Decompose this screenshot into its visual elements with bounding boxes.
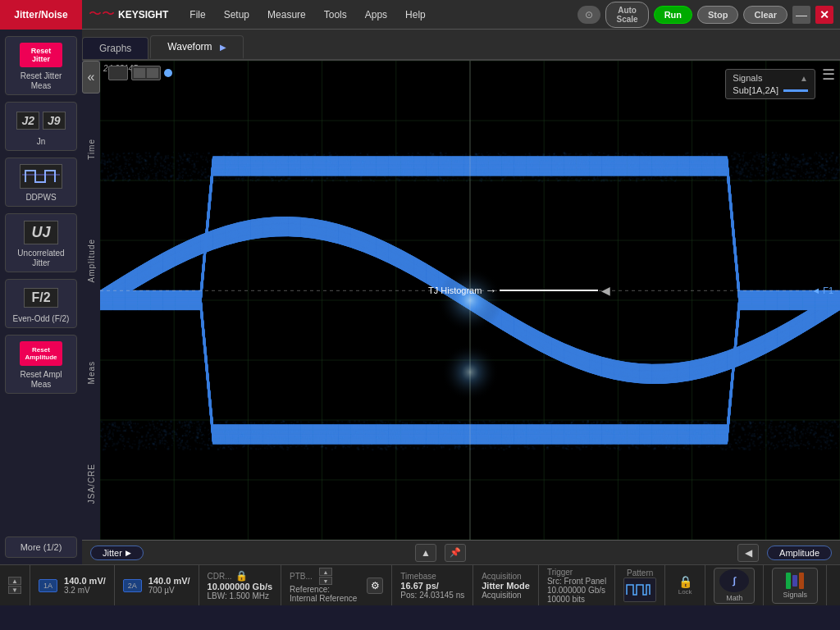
lock-icon: 🔒	[235, 570, 248, 582]
view-dot-button[interactable]	[164, 69, 172, 77]
close-button[interactable]: ✕	[815, 6, 833, 24]
pattern-section: Pattern	[615, 565, 665, 605]
eye-diagram-canvas	[100, 61, 840, 540]
tj-arrow-line	[500, 290, 598, 291]
auto-scale-button[interactable]: Auto Scale	[605, 2, 648, 28]
collapse-side-button[interactable]: «	[82, 61, 100, 94]
minimize-button[interactable]: —	[792, 6, 810, 24]
clear-button[interactable]: Clear	[743, 6, 788, 24]
timebase-values: Timebase 16.67 ps/ Pos: 24.03145 ns	[400, 572, 464, 600]
jn-button[interactable]: J2 J9 Jn	[5, 102, 77, 151]
view-single-button[interactable]	[108, 66, 128, 80]
app-title: Jitter/Noise	[14, 9, 67, 21]
f2-button[interactable]: F/2 Even-Odd (F/2)	[5, 279, 77, 328]
jitter-play-icon: ▶	[126, 549, 131, 557]
tj-arrow-right: →	[485, 284, 496, 297]
ddpws-button[interactable]: DDPWS	[5, 158, 77, 207]
pin-button[interactable]: 📌	[445, 544, 466, 562]
more-button[interactable]: More (1/2)	[5, 536, 77, 558]
keysight-logo-area: 〜〜 KEYSIGHT	[82, 6, 175, 23]
menu-setup[interactable]: Setup	[216, 6, 258, 24]
stop-button[interactable]: Stop	[697, 6, 738, 24]
scroll-up-button[interactable]: ▲	[415, 544, 436, 562]
waveform-play-icon[interactable]: ▶	[220, 43, 226, 52]
keysight-name: KEYSIGHT	[118, 9, 168, 21]
menu-file[interactable]: File	[181, 6, 213, 24]
status-nav-arrows: ▲ ▼	[0, 565, 30, 605]
acquisition-values: Acquisition Jitter Mode Acquisition	[482, 572, 530, 600]
signal-color-line	[783, 89, 808, 92]
f2-icon-area: F/2	[16, 283, 66, 313]
ptb-nav: ▲ ▼	[319, 568, 332, 585]
side-label-time[interactable]: Time	[82, 94, 100, 205]
cdr-section: CDR... 🔒 10.000000 Gb/s LBW: 1.500 MHz	[199, 565, 282, 605]
reset-jitter-label: Reset JitterMeas	[21, 71, 62, 91]
amplitude-bottom-button[interactable]: Amplitude	[767, 546, 832, 560]
side-label-meas[interactable]: Meas	[82, 317, 100, 428]
menu-help[interactable]: Help	[397, 6, 434, 24]
tab-waveform[interactable]: Waveform ▶	[150, 35, 244, 59]
timebase-section: Timebase 16.67 ps/ Pos: 24.03145 ns	[392, 565, 473, 605]
math-button[interactable]: ∫ Math	[714, 568, 755, 604]
math-section[interactable]: ∫ Math	[705, 565, 764, 605]
ch1a-section: 1A 140.0 mV/ 3.2 mV	[30, 565, 115, 605]
ddpws-icon	[16, 162, 66, 191]
trigger-values: Trigger Src: Front Panel 10.000000 Gb/s …	[547, 568, 606, 604]
pattern-display: Pattern	[623, 568, 656, 602]
ptb-up[interactable]: ▲	[319, 568, 332, 576]
jn-label: Jn	[37, 137, 46, 147]
jitter-bottom-button[interactable]: Jitter ▶	[90, 546, 144, 560]
pattern-waveform	[625, 580, 655, 600]
math-icon: ∫	[719, 569, 749, 592]
waveform-canvas: 24.03145 ns ☰ Signals ▲	[100, 61, 840, 540]
signals-label: Signals	[783, 591, 807, 599]
side-label-jsa[interactable]: JSA/CRE	[82, 428, 100, 540]
math-label: Math	[726, 594, 742, 602]
reset-jitter-button[interactable]: ResetJitter Reset JitterMeas	[5, 36, 77, 95]
menu-items: File Setup Measure Tools Apps Help	[175, 6, 440, 24]
pattern-display-area	[623, 578, 656, 602]
reset-ampl-icon: ResetAmplitude	[16, 339, 66, 368]
menu-bar: Jitter/Noise 〜〜 KEYSIGHT File Setup Meas…	[0, 0, 840, 30]
uj-icon-area: UJ	[16, 217, 66, 247]
ptb-down[interactable]: ▼	[319, 577, 332, 585]
signal-entry: Sub[1A,2A]	[733, 85, 808, 95]
tab-bar: Graphs Waveform ▶	[82, 30, 840, 61]
waveform-menu-icon[interactable]: ☰	[822, 66, 835, 84]
ch2a-badge: 2A	[123, 579, 142, 592]
uj-button[interactable]: UJ UncorrelatedJitter	[5, 213, 77, 272]
signals-section[interactable]: Signals	[764, 565, 827, 605]
waveform-area: « Time Amplitude Meas JSA/CRE	[82, 61, 840, 540]
cdr-values: CDR... 🔒 10.000000 Gb/s LBW: 1.500 MHz	[208, 570, 273, 600]
ptb-settings[interactable]: ⚙	[367, 578, 383, 594]
status-bar: ▲ ▼ 1A 140.0 mV/ 3.2 mV 2A 140.0 mV/ 700…	[0, 564, 840, 605]
signals-button[interactable]: Signals	[772, 568, 818, 604]
run-button[interactable]: Run	[654, 6, 692, 24]
nav-up-arrow[interactable]: ▲	[8, 577, 21, 585]
ch1a-badge: 1A	[39, 579, 57, 592]
ch2a-values: 140.0 mV/ 700 µV	[148, 576, 190, 595]
center-area: Graphs Waveform ▶ « Time Amplitude	[82, 30, 840, 564]
tab-graphs[interactable]: Graphs	[82, 37, 148, 59]
search-button[interactable]: ⊙	[578, 6, 600, 24]
signal-box-chevron[interactable]: ▲	[800, 74, 808, 83]
nav-down-arrow[interactable]: ▼	[8, 586, 21, 594]
reset-ampl-button[interactable]: ResetAmplitude Reset AmplMeas	[5, 335, 77, 394]
menu-apps[interactable]: Apps	[357, 6, 395, 24]
ddpws-label: DDPWS	[25, 193, 56, 203]
reset-jitter-icon: ResetJitter	[16, 40, 66, 70]
ch2a-section: 2A 140.0 mV/ 700 µV	[115, 565, 199, 605]
lock-section: 🔒 Lock	[665, 565, 705, 605]
ks-wave-icon: 〜〜	[89, 6, 115, 23]
menu-measure[interactable]: Measure	[259, 6, 314, 24]
view-split-button[interactable]	[131, 66, 161, 80]
tj-arrow-left: ◀	[601, 284, 610, 297]
search-icon: ⊙	[585, 9, 593, 21]
signals-icon	[786, 573, 804, 589]
menu-tools[interactable]: Tools	[316, 6, 355, 24]
ch1a-values: 140.0 mV/ 3.2 mV	[64, 576, 106, 595]
side-label-amplitude[interactable]: Amplitude	[82, 205, 100, 317]
ddpws-waveform-svg	[22, 166, 60, 187]
back-button[interactable]: ◀	[737, 544, 759, 562]
acquisition-section: Acquisition Jitter Mode Acquisition	[473, 565, 539, 605]
